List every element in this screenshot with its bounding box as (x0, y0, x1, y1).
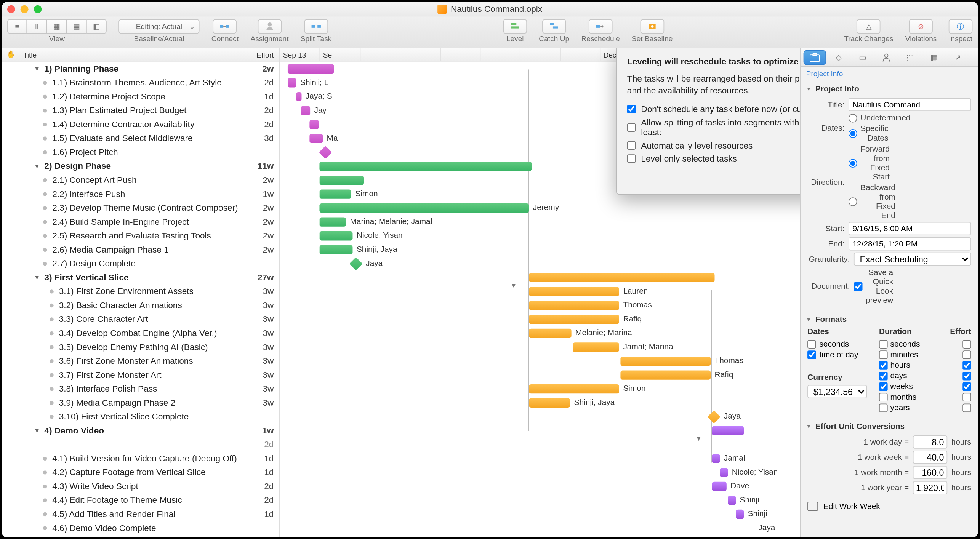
gantt-bar[interactable] (309, 134, 323, 143)
eff-minutes-checkbox[interactable] (962, 350, 971, 359)
dur-hours-checkbox[interactable] (879, 361, 888, 369)
outline-row[interactable]: 1.2) Determine Project Scope1d (2, 90, 279, 104)
gantt-bar[interactable] (620, 370, 711, 379)
catchup-button[interactable] (542, 19, 566, 34)
gantt-bar[interactable] (288, 64, 334, 74)
gantt-bar[interactable] (296, 92, 302, 101)
milestone-marker[interactable] (742, 521, 755, 534)
work-month-input[interactable] (913, 466, 947, 479)
inspect-button[interactable]: ⓘ (949, 19, 973, 34)
outline-row[interactable]: 3.1) First Zone Environment Assets3w (2, 284, 279, 298)
custom-data-tab[interactable]: ▦ (923, 50, 945, 64)
outline-row[interactable]: 2.4) Build Sample In-Engine Project2w (2, 215, 279, 229)
outline-row[interactable]: 3.2) Basic Character Animations3w (2, 298, 279, 312)
styles-tab[interactable]: ⬚ (899, 50, 921, 64)
edit-work-week-button[interactable]: Edit Work Week (823, 502, 880, 511)
formats-section-header[interactable]: Formats (801, 311, 978, 327)
gantt-bar[interactable] (529, 329, 571, 338)
direction-forward-radio[interactable] (849, 159, 857, 168)
gantt-bar[interactable] (736, 510, 744, 519)
work-week-input[interactable] (913, 451, 947, 464)
dur-months-checkbox[interactable] (879, 393, 888, 401)
dur-seconds-checkbox[interactable] (879, 340, 888, 349)
outline-row[interactable]: 1.5) Evaluate and Select Middleware3d (2, 131, 279, 145)
dates-undetermined-radio[interactable] (849, 114, 857, 122)
start-input[interactable] (849, 222, 971, 235)
work-day-input[interactable] (913, 435, 947, 449)
gantt-bar[interactable] (319, 245, 352, 254)
gantt-bar[interactable] (529, 398, 570, 408)
outline-row[interactable]: 2.2) Interface Push1w (2, 187, 279, 201)
outline-row[interactable]: 3.4) Develop Combat Engine (Alpha Ver.)3… (2, 326, 279, 340)
effort-conversions-section-header[interactable]: Effort Unit Conversions (801, 417, 978, 433)
view-mode-1-button[interactable]: ≡ (7, 19, 27, 34)
outline-row[interactable]: 2.6) Media Campaign Phase 12w (2, 243, 279, 257)
view-mode-5-button[interactable]: ◧ (87, 19, 107, 34)
view-mode-4-button[interactable]: ▤ (67, 19, 87, 34)
outline-row[interactable]: 2.3) Develop Theme Music (Contract Compo… (2, 201, 279, 215)
gantt-bar[interactable] (319, 162, 532, 171)
outline-row[interactable]: ▼1) Planning Phase2w (2, 62, 279, 76)
currency-select[interactable]: $1,234.56 (807, 385, 867, 398)
track-changes-button[interactable]: △ (857, 19, 881, 34)
milestones-tab[interactable]: ◇ (827, 50, 850, 64)
outline-row[interactable]: 4.1) Build Version for Video Capture (De… (2, 451, 279, 465)
dates-specific-radio[interactable] (849, 129, 857, 138)
disclosure-icon[interactable]: ▼ (511, 281, 517, 289)
dates-seconds-checkbox[interactable] (807, 340, 816, 349)
outline-row[interactable]: 3.7) First Zone Monster Art3w (2, 368, 279, 382)
eff-years-checkbox[interactable] (962, 403, 971, 412)
gantt-bar[interactable] (529, 273, 714, 282)
outline-row[interactable]: ▼4) Demo Video1w (2, 424, 279, 438)
gantt-bar[interactable] (529, 287, 619, 296)
dur-days-checkbox[interactable] (879, 371, 888, 380)
resources-tab[interactable] (875, 50, 898, 64)
outline-row[interactable]: 3.8) Interface Polish Pass3w (2, 382, 279, 396)
gantt-bar[interactable] (319, 218, 346, 227)
outline-row[interactable]: 1.1) Brainstorm Themes, Audience, Art St… (2, 75, 279, 90)
gantt-bar[interactable] (319, 231, 352, 240)
gantt-bar[interactable] (529, 384, 619, 393)
gantt-bar[interactable] (309, 120, 319, 129)
gantt-bar[interactable] (319, 203, 529, 213)
outline-row[interactable]: 1.6) Project Pitch (2, 145, 279, 159)
outline-row[interactable]: 2.5) Research and Evaluate Testing Tools… (2, 229, 279, 243)
effort-column-header[interactable]: Effort (246, 51, 279, 59)
outline-row[interactable]: 4.3) Write Video Script2d (2, 479, 279, 493)
outline-row[interactable]: ▼3) First Vertical Slice27w (2, 270, 279, 285)
gantt-bar[interactable] (288, 78, 296, 87)
outline-row[interactable]: 1.4) Determine Contractor Availability2d (2, 117, 279, 131)
baseline-actual-popup[interactable]: Editing: Actual (118, 19, 199, 34)
view-mode-3-button[interactable]: ▦ (47, 19, 67, 34)
project-info-tab[interactable] (804, 50, 826, 64)
end-input[interactable] (849, 237, 971, 251)
outline-row[interactable]: 2.1) Concept Art Push2w (2, 173, 279, 187)
outline-row[interactable]: 4.4) Edit Footage to Theme Music2d (2, 493, 279, 507)
eff-days-checkbox[interactable] (962, 371, 971, 380)
granularity-select[interactable]: Exact Scheduling (854, 253, 971, 266)
dur-years-checkbox[interactable] (879, 403, 888, 412)
split-task-button[interactable] (304, 19, 328, 34)
dur-weeks-checkbox[interactable] (879, 382, 888, 391)
title-column-header[interactable]: Title (21, 51, 246, 59)
eff-months-checkbox[interactable] (962, 393, 971, 401)
outline-row[interactable]: 3.5) Develop Enemy Pathing AI (Basic)3w (2, 340, 279, 354)
outline-row[interactable]: ▼2) Design Phase11w (2, 159, 279, 173)
outline-row[interactable]: 3.10) First Vertical Slice Complete (2, 409, 279, 424)
set-baseline-button[interactable] (640, 19, 664, 34)
milestone-marker[interactable] (319, 146, 332, 159)
gantt-bar[interactable] (301, 106, 310, 115)
dur-minutes-checkbox[interactable] (879, 350, 888, 359)
gantt-bar[interactable] (620, 357, 711, 366)
schedule-tab[interactable]: ▭ (851, 50, 874, 64)
level-button[interactable] (503, 19, 527, 34)
direction-backward-radio[interactable] (849, 197, 857, 206)
title-input[interactable] (849, 98, 971, 111)
milestone-marker[interactable] (708, 410, 721, 423)
work-year-input[interactable] (913, 481, 947, 494)
dates-timeofday-checkbox[interactable] (807, 350, 816, 359)
milestone-marker[interactable] (349, 257, 362, 270)
outline-row[interactable]: 4.5) Add Titles and Render Final1d (2, 507, 279, 521)
outline-row[interactable]: 3.9) Media Campaign Phase 23w (2, 396, 279, 410)
eff-hours-checkbox[interactable] (962, 361, 971, 369)
